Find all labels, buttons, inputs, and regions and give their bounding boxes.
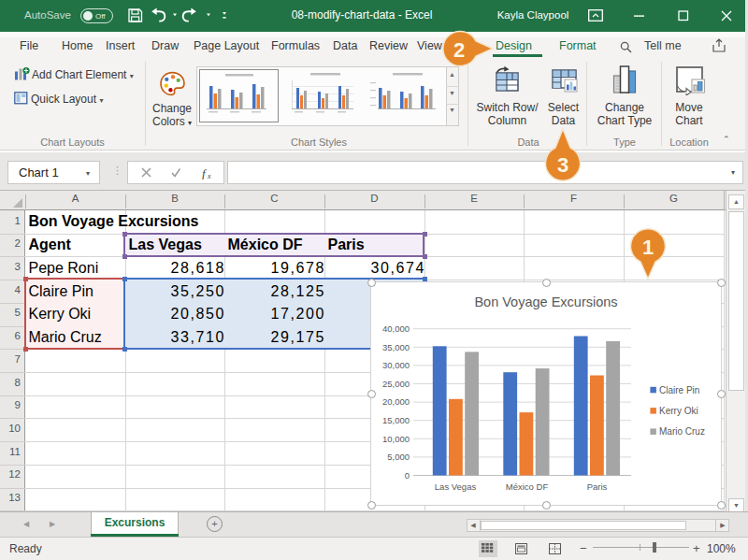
svg-text:20,000: 20,000 <box>382 396 410 407</box>
svg-text:Las Vegas: Las Vegas <box>435 481 477 492</box>
svg-text:2: 2 <box>453 38 465 62</box>
svg-text:Kerry Oki: Kerry Oki <box>659 406 698 416</box>
svg-text:x: x <box>207 172 211 180</box>
svg-text:40,000: 40,000 <box>382 323 410 334</box>
svg-text:10,000: 10,000 <box>382 434 410 444</box>
svg-text:25,000: 25,000 <box>382 379 410 389</box>
svg-text:Mario Cruz: Mario Cruz <box>659 426 705 437</box>
svg-text:15,000: 15,000 <box>382 415 410 425</box>
svg-text:35,000: 35,000 <box>382 342 410 352</box>
svg-text:México DF: México DF <box>506 481 549 492</box>
svg-text:Paris: Paris <box>587 481 608 492</box>
svg-text:30,000: 30,000 <box>382 360 410 370</box>
svg-text:3: 3 <box>557 153 568 177</box>
svg-text:Claire Pin: Claire Pin <box>659 385 699 395</box>
svg-text:Bon Voyage Excursions: Bon Voyage Excursions <box>474 294 617 309</box>
svg-text:0: 0 <box>405 470 410 481</box>
svg-text:1: 1 <box>642 236 654 259</box>
svg-text:5,000: 5,000 <box>387 452 410 462</box>
